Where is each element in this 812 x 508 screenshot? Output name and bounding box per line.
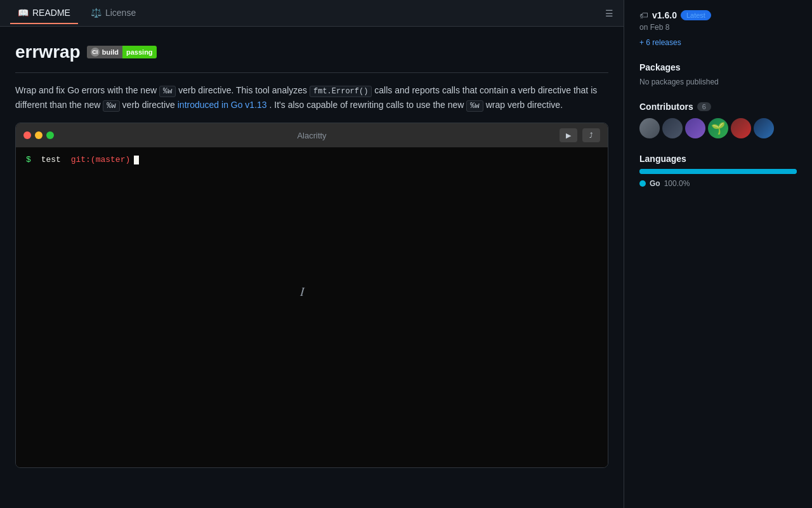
tag-icon: 🏷: [639, 10, 648, 20]
language-item-go: Go 100.0%: [639, 179, 797, 188]
terminal-action-buttons: ▶ ⤴: [560, 128, 600, 142]
contributor-avatar-4[interactable]: 🌱: [708, 118, 728, 138]
terminal-titlebar: Alacritty ▶ ⤴: [16, 123, 608, 147]
balance-icon: ⚖️: [91, 8, 102, 18]
readme-content: errwrap CI build passing Wrap and fix Go…: [0, 27, 624, 483]
packages-section: Packages No packages published: [639, 62, 797, 86]
build-badge[interactable]: CI build passing: [87, 46, 157, 58]
build-badge-status: passing: [122, 46, 157, 58]
contributors-title: Contributors: [639, 102, 693, 112]
contributor-avatar-2[interactable]: [662, 118, 683, 138]
prompt-test-text: test: [41, 155, 61, 164]
verb3-code: %w: [466, 100, 483, 112]
terminal-cursor: [134, 156, 139, 164]
contributors-header: Contributors 6: [639, 102, 797, 112]
more-releases-link[interactable]: + 6 releases: [639, 38, 681, 47]
maximize-dot: [46, 131, 54, 139]
desc-part6: wrap verb directive.: [486, 100, 563, 110]
languages-title: Languages: [639, 154, 797, 164]
terminal-empty-area: 𝐼: [26, 164, 598, 431]
terminal-window-controls: [23, 131, 54, 139]
contributors-avatars: 🌱: [639, 118, 797, 138]
terminal-title-label: Alacritty: [297, 131, 326, 140]
contributor-avatar-5[interactable]: [731, 118, 751, 138]
verb1-code: %w: [159, 86, 176, 97]
release-date: on Feb 8: [639, 23, 797, 32]
desc-part1: Wrap and fix Go errors with the new: [15, 85, 157, 95]
project-name: errwrap: [15, 42, 81, 62]
contributors-section: Contributors 6 🌱: [639, 102, 797, 138]
contributor-avatar-1[interactable]: [639, 118, 660, 138]
terminal-window: Alacritty ▶ ⤴ $ test git:(master): [15, 123, 608, 468]
latest-badge: Latest: [681, 10, 711, 20]
release-tag-row: 🏷 v1.6.0 Latest: [639, 10, 797, 20]
build-badge-label: CI build: [87, 46, 122, 58]
language-progress-bar: [639, 169, 797, 174]
close-dot: [23, 131, 31, 139]
prompt-dollar: $: [26, 155, 31, 164]
go-language-percent: 100.0%: [664, 179, 690, 188]
verb2-code: %w: [103, 100, 119, 112]
go-language-dot: [639, 180, 646, 187]
title-divider: [15, 72, 608, 73]
tab-bar: 📖 README ⚖️ License ☰: [0, 0, 624, 27]
no-packages-text: No packages published: [639, 77, 797, 86]
minimize-dot: [35, 131, 43, 139]
fmt-errorf-code: fmt.Errorf(): [310, 86, 372, 97]
terminal-play-button[interactable]: ▶: [560, 128, 577, 142]
ci-icon: CI: [91, 48, 100, 57]
tab-license[interactable]: ⚖️ License: [83, 3, 143, 24]
prompt-command: [34, 155, 39, 164]
terminal-content: $ test git:(master) 𝐼: [26, 155, 598, 460]
sidebar: 🏷 v1.6.0 Latest on Feb 8 + 6 releases Pa…: [624, 0, 812, 508]
list-icon[interactable]: ☰: [605, 8, 613, 18]
terminal-external-button[interactable]: ⤴: [582, 128, 600, 142]
tab-readme[interactable]: 📖 README: [10, 3, 78, 24]
go-version-link[interactable]: introduced in Go v1.13: [178, 100, 267, 110]
contributor-avatar-6[interactable]: [754, 118, 774, 138]
version-link[interactable]: v1.6.0: [652, 10, 677, 20]
go-language-bar: [639, 169, 797, 174]
desc-part4: verb directive: [122, 100, 178, 110]
releases-section: 🏷 v1.6.0 Latest on Feb 8 + 6 releases: [639, 10, 797, 47]
terminal-prompt-line: $ test git:(master): [26, 155, 598, 164]
book-icon: 📖: [18, 8, 29, 18]
contributors-count: 6: [697, 102, 711, 111]
contributor-avatar-3[interactable]: [685, 118, 705, 138]
tab-readme-label: README: [32, 8, 70, 18]
description-paragraph: Wrap and fix Go errors with the new %w v…: [15, 83, 608, 112]
project-title-row: errwrap CI build passing: [15, 42, 608, 62]
languages-section: Languages Go 100.0%: [639, 154, 797, 188]
tab-license-label: License: [105, 8, 136, 18]
packages-title: Packages: [639, 62, 797, 72]
terminal-body: $ test git:(master) 𝐼: [16, 147, 608, 467]
cursor-i-beam: 𝐼: [300, 284, 304, 299]
desc-part5: . It's also capable of rewriting calls t…: [270, 100, 467, 110]
prompt-repo-text: git:(master): [71, 155, 131, 164]
prompt-space: [63, 155, 69, 164]
go-language-name: Go: [650, 179, 660, 188]
desc-part2: verb directive. This tool analyzes: [178, 85, 310, 95]
